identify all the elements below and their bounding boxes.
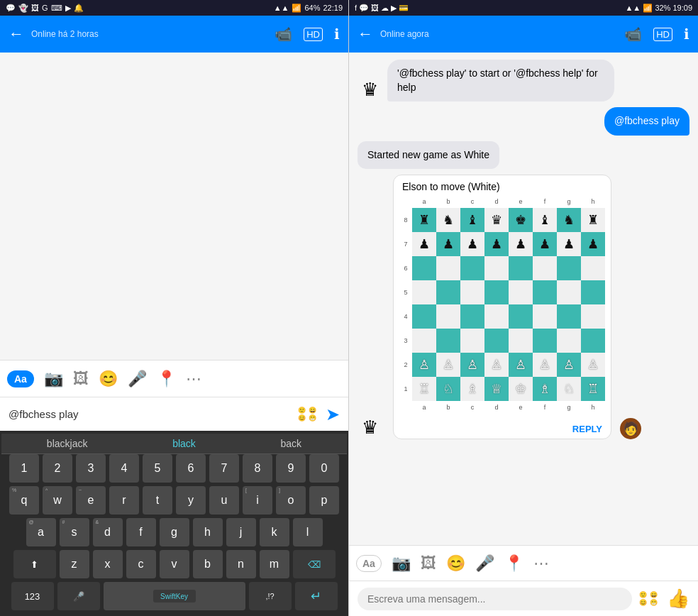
- number-key[interactable]: 123: [11, 582, 54, 610]
- cell-1-f[interactable]: ♗: [533, 377, 557, 401]
- key-s[interactable]: #s: [60, 518, 89, 546]
- cell-8-d[interactable]: ♛: [484, 208, 509, 232]
- cell-2-a[interactable]: ♙: [412, 353, 436, 377]
- like-button[interactable]: 👍: [667, 588, 689, 610]
- key-z[interactable]: z: [60, 550, 89, 578]
- reply-button[interactable]: REPLY: [572, 424, 602, 434]
- message-input-left[interactable]: [9, 408, 291, 420]
- key-h[interactable]: h: [193, 518, 223, 546]
- cell-4-b[interactable]: [436, 304, 460, 329]
- cell-6-g[interactable]: [557, 256, 581, 280]
- space-key[interactable]: SwiftKey: [104, 582, 245, 610]
- image-icon-right[interactable]: 🖼: [421, 554, 436, 573]
- cell-7-b[interactable]: ♟: [436, 232, 460, 256]
- image-icon-left[interactable]: 🖼: [73, 370, 89, 388]
- cell-2-d[interactable]: ♙: [484, 353, 509, 377]
- cell-5-d[interactable]: [484, 280, 509, 304]
- emoji-icon-left[interactable]: 😊: [99, 370, 118, 388]
- mic-icon-left[interactable]: 🎤: [128, 370, 147, 388]
- cell-3-g[interactable]: [557, 329, 581, 353]
- cell-4-h[interactable]: [581, 304, 605, 329]
- cell-8-a[interactable]: ♜: [412, 208, 436, 232]
- key-x[interactable]: x: [93, 550, 123, 578]
- cell-5-g[interactable]: [557, 280, 581, 304]
- key-q[interactable]: %q: [9, 486, 39, 515]
- key-6[interactable]: 6: [176, 454, 206, 483]
- key-v[interactable]: v: [160, 550, 189, 578]
- cell-4-a[interactable]: [412, 304, 436, 329]
- cell-4-g[interactable]: [557, 304, 581, 329]
- key-r[interactable]: r: [109, 486, 139, 515]
- message-input-right[interactable]: [358, 588, 632, 610]
- key-c[interactable]: c: [126, 550, 156, 578]
- key-1[interactable]: 1: [9, 454, 39, 483]
- cell-1-h[interactable]: ♖: [581, 377, 605, 401]
- cell-7-h[interactable]: ♟: [581, 232, 605, 256]
- emoji-icon-right[interactable]: 😊: [446, 554, 465, 573]
- cell-7-c[interactable]: ♟: [460, 232, 484, 256]
- cell-2-g[interactable]: ♙: [557, 353, 581, 377]
- camera-icon-left[interactable]: 📷: [44, 370, 63, 388]
- mic-icon-right[interactable]: 🎤: [475, 554, 494, 573]
- cell-3-c[interactable]: [460, 329, 484, 353]
- aa-button-left[interactable]: Aa: [7, 370, 34, 387]
- key-l[interactable]: l: [293, 518, 323, 546]
- autocomplete-black[interactable]: black: [172, 438, 196, 449]
- key-w[interactable]: ^w: [43, 486, 72, 515]
- location-icon-right[interactable]: 📍: [504, 554, 524, 573]
- delete-key[interactable]: ⌫: [293, 550, 336, 578]
- key-m[interactable]: m: [260, 550, 289, 578]
- back-button-right[interactable]: ←: [358, 25, 373, 43]
- cell-7-a[interactable]: ♟: [412, 232, 436, 256]
- back-button-left[interactable]: ←: [9, 25, 24, 43]
- emoji-grid-left[interactable]: 🙂😄 😊😁: [298, 407, 318, 422]
- cell-6-b[interactable]: [436, 256, 460, 280]
- mic-key[interactable]: 🎤: [57, 582, 100, 610]
- cell-1-e[interactable]: ♔: [509, 377, 533, 401]
- key-n[interactable]: n: [226, 550, 256, 578]
- cell-1-c[interactable]: ♗: [460, 377, 484, 401]
- autocomplete-back[interactable]: back: [281, 438, 302, 449]
- hd-call-icon-right[interactable]: HD: [653, 28, 672, 41]
- key-f[interactable]: f: [126, 518, 156, 546]
- cell-2-b[interactable]: ♙: [436, 353, 460, 377]
- cell-1-d[interactable]: ♕: [484, 377, 509, 401]
- cell-3-h[interactable]: [581, 329, 605, 353]
- key-a[interactable]: @a: [26, 518, 56, 546]
- key-k[interactable]: k: [260, 518, 289, 546]
- key-7[interactable]: 7: [209, 454, 239, 483]
- cell-6-f[interactable]: [533, 256, 557, 280]
- send-button-left[interactable]: ➤: [326, 405, 340, 424]
- cell-8-e[interactable]: ♚: [509, 208, 533, 232]
- cell-3-b[interactable]: [436, 329, 460, 353]
- info-icon-right[interactable]: ℹ: [684, 26, 689, 43]
- key-i[interactable]: [i: [243, 486, 272, 515]
- key-t[interactable]: t: [143, 486, 172, 515]
- key-e[interactable]: ~e: [76, 486, 106, 515]
- cell-8-h[interactable]: ♜: [581, 208, 605, 232]
- cell-1-b[interactable]: ♘: [436, 377, 460, 401]
- punctuation-key[interactable]: ,!?: [249, 582, 292, 610]
- cell-7-d[interactable]: ♟: [484, 232, 509, 256]
- info-icon-left[interactable]: ℹ: [334, 26, 340, 43]
- cell-3-a[interactable]: [412, 329, 436, 353]
- key-u[interactable]: u: [209, 486, 239, 515]
- key-5[interactable]: 5: [143, 454, 172, 483]
- key-8[interactable]: 8: [243, 454, 272, 483]
- camera-icon-right[interactable]: 📷: [392, 554, 411, 573]
- cell-5-a[interactable]: [412, 280, 436, 304]
- key-g[interactable]: g: [160, 518, 189, 546]
- cell-4-e[interactable]: [509, 304, 533, 329]
- cell-3-d[interactable]: [484, 329, 509, 353]
- key-2[interactable]: 2: [43, 454, 72, 483]
- cell-5-f[interactable]: [533, 280, 557, 304]
- cell-3-e[interactable]: [509, 329, 533, 353]
- cell-1-g[interactable]: ♘: [557, 377, 581, 401]
- cell-6-d[interactable]: [484, 256, 509, 280]
- video-call-icon-left[interactable]: 📹: [275, 26, 292, 43]
- cell-5-e[interactable]: [509, 280, 533, 304]
- cell-5-b[interactable]: [436, 280, 460, 304]
- key-j[interactable]: j: [226, 518, 256, 546]
- video-call-icon-right[interactable]: 📹: [624, 26, 642, 43]
- dots-icon-left[interactable]: ⋯: [186, 370, 201, 388]
